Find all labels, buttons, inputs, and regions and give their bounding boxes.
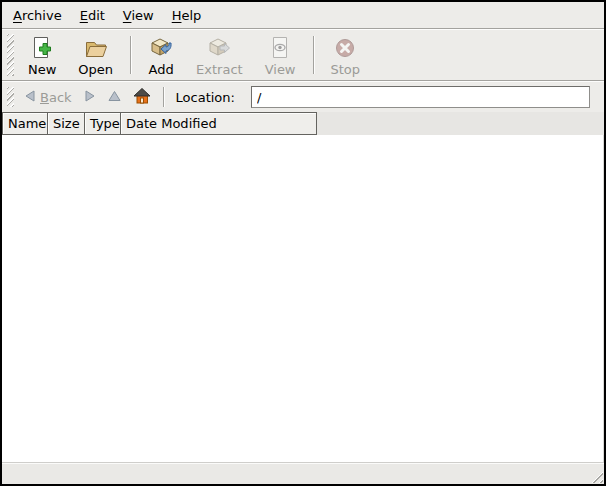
view-file-icon bbox=[267, 35, 293, 61]
new-button-label: New bbox=[28, 62, 56, 77]
back-arrow-icon bbox=[24, 90, 36, 105]
toolbar-separator bbox=[130, 36, 131, 74]
location-bar-grip-handle[interactable] bbox=[7, 87, 14, 107]
open-folder-icon bbox=[83, 35, 109, 61]
menu-edit[interactable]: Edit bbox=[71, 3, 114, 28]
resize-grip[interactable] bbox=[588, 468, 603, 483]
add-files-icon bbox=[148, 35, 174, 61]
back-button: Back bbox=[18, 88, 78, 107]
extract-button: Extract bbox=[187, 31, 252, 80]
up-button bbox=[102, 88, 127, 107]
view-button: View bbox=[256, 31, 305, 80]
column-header-type[interactable]: Type bbox=[85, 112, 121, 135]
view-button-label: View bbox=[265, 62, 296, 77]
home-icon bbox=[133, 87, 151, 108]
stop-button: Stop bbox=[322, 31, 370, 80]
location-input[interactable] bbox=[251, 86, 590, 108]
toolbar-separator bbox=[313, 36, 314, 74]
new-archive-icon bbox=[29, 35, 55, 61]
menu-help[interactable]: Help bbox=[163, 3, 211, 28]
menu-view[interactable]: View bbox=[114, 3, 163, 28]
add-button-label: Add bbox=[149, 62, 174, 77]
forward-button bbox=[78, 88, 102, 107]
toolbar: New Open Add bbox=[2, 30, 604, 80]
open-button[interactable]: Open bbox=[69, 31, 122, 80]
back-button-label: Back bbox=[40, 90, 72, 105]
location-label: Location: bbox=[170, 90, 239, 105]
toolbar-grip-handle[interactable] bbox=[7, 34, 14, 76]
column-header-size[interactable]: Size bbox=[48, 112, 85, 135]
new-button[interactable]: New bbox=[19, 31, 65, 80]
up-arrow-icon bbox=[108, 90, 121, 105]
file-list-view[interactable] bbox=[2, 135, 604, 462]
extract-icon bbox=[206, 35, 232, 61]
file-list-header: Name Size Type Date Modified bbox=[2, 112, 604, 135]
location-bar-separator bbox=[163, 87, 164, 107]
location-bar: Back bbox=[2, 82, 604, 112]
menubar: Archive Edit View Help bbox=[2, 2, 604, 28]
stop-icon bbox=[332, 35, 358, 61]
menu-archive[interactable]: Archive bbox=[4, 3, 71, 28]
extract-button-label: Extract bbox=[196, 62, 243, 77]
add-button[interactable]: Add bbox=[139, 31, 183, 80]
column-header-filler bbox=[317, 112, 604, 135]
column-header-date-modified[interactable]: Date Modified bbox=[121, 112, 317, 135]
open-button-label: Open bbox=[78, 62, 113, 77]
statusbar bbox=[2, 462, 604, 484]
stop-button-label: Stop bbox=[331, 62, 361, 77]
forward-arrow-icon bbox=[84, 90, 96, 105]
home-button[interactable] bbox=[127, 85, 157, 110]
archive-manager-window: Archive Edit View Help New Open bbox=[0, 0, 606, 486]
column-header-name[interactable]: Name bbox=[2, 112, 48, 135]
